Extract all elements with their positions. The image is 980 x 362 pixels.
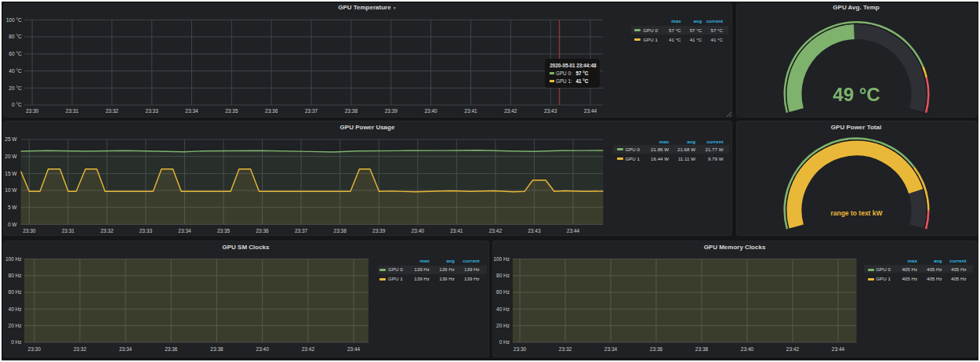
svg-text:range to text kW: range to text kW [830, 209, 883, 217]
